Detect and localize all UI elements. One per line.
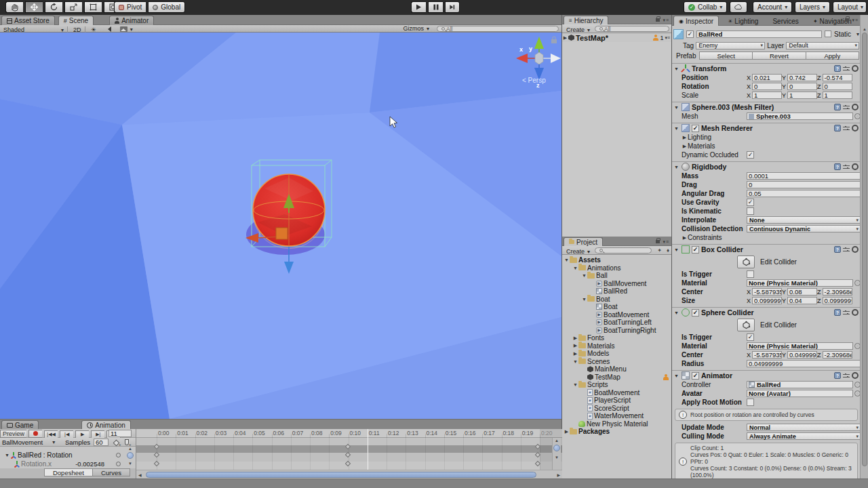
hierarchy-search-input[interactable]: All: [595, 26, 669, 32]
account-dropdown[interactable]: Account▾: [753, 1, 792, 13]
scroll-up-icon[interactable]: ▲: [861, 27, 868, 31]
foldout-arrow-icon[interactable]: ▼: [572, 382, 578, 387]
keyframe-diamond[interactable]: [153, 443, 159, 449]
value-checkbox[interactable]: ✓: [747, 151, 754, 159]
animation-property-row[interactable]: ▼BallRed : Rotation: [0, 451, 136, 460]
foldout-arrow-icon[interactable]: ▶: [572, 343, 578, 348]
rotate-tool-button[interactable]: [45, 1, 62, 13]
gear-icon[interactable]: [852, 246, 859, 253]
scene-search-input[interactable]: All: [437, 26, 559, 32]
prefab-select-button[interactable]: Select: [699, 52, 752, 60]
project-tree-item[interactable]: ▼Scenes: [562, 358, 671, 366]
pause-button[interactable]: [428, 1, 443, 13]
edit-collider-button[interactable]: [737, 319, 755, 331]
collab-person-icon[interactable]: [663, 374, 669, 380]
project-tree-item[interactable]: #BoatMovement: [562, 389, 671, 397]
scrollbar-thumb[interactable]: [862, 33, 867, 466]
hierarchy-scene-row[interactable]: ▶ TestMap* 1 ▾≡: [562, 33, 671, 42]
foldout-arrow-icon[interactable]: ▼: [572, 266, 578, 270]
reference-book-icon[interactable]: ?: [834, 309, 841, 316]
layer-dropdown[interactable]: Default▾: [786, 42, 859, 49]
x-field[interactable]: 0.021: [752, 74, 782, 81]
reference-book-icon[interactable]: ?: [834, 372, 841, 379]
project-tree-item[interactable]: ▶Materials: [562, 342, 671, 350]
global-toggle-button[interactable]: Global: [148, 1, 185, 13]
rect-tool-button[interactable]: [84, 1, 102, 13]
z-field[interactable]: 0.0999999: [823, 297, 852, 304]
prefab-revert-button[interactable]: Revert: [752, 52, 805, 60]
tab-scene[interactable]: #Scene: [58, 16, 94, 25]
hierarchy-create-button[interactable]: Create▾: [564, 26, 593, 33]
project-tree-item[interactable]: TestMap: [562, 373, 671, 382]
cloud-button[interactable]: [730, 1, 747, 13]
y-field[interactable]: 1: [787, 92, 817, 99]
scrollbar-thumb[interactable]: [127, 452, 134, 459]
component-header-sphere-collider[interactable]: ▼✓Sphere Collider?: [672, 307, 861, 317]
scroll-up-icon[interactable]: ▲: [128, 447, 132, 451]
lock-icon[interactable]: [845, 18, 849, 22]
foldout-arrow-icon[interactable]: ▼: [572, 359, 578, 364]
foldout-arrow-icon[interactable]: ▼: [673, 310, 679, 315]
reference-book-icon[interactable]: ?: [834, 163, 841, 170]
collab-button[interactable]: ✓Collab▾: [684, 1, 727, 13]
pivot-toggle-button[interactable]: Pivot: [114, 1, 146, 13]
keyframe-diamond[interactable]: [534, 461, 540, 466]
value-checkbox[interactable]: [747, 270, 754, 278]
project-tree-item[interactable]: #ScoreScript: [562, 405, 671, 413]
gear-icon[interactable]: [852, 65, 859, 72]
component-header-rigidbody[interactable]: ▼Rigidbody?: [672, 161, 861, 171]
tab-lighting[interactable]: ☀Lighting: [722, 16, 764, 26]
z-field[interactable]: 0: [823, 83, 852, 90]
scroll-down-icon[interactable]: ▼: [555, 455, 559, 460]
scene-menu-icon[interactable]: ▾≡: [665, 35, 670, 41]
layout-dropdown[interactable]: Layout▾: [833, 1, 867, 13]
x-field[interactable]: -5.587935: [752, 351, 782, 359]
layers-dropdown[interactable]: Layers▾: [795, 1, 830, 13]
project-search-input[interactable]: [595, 247, 652, 253]
component-header-transform[interactable]: ▼Transform?: [672, 63, 861, 73]
edit-collider-button[interactable]: [737, 256, 755, 268]
foldout-arrow-icon[interactable]: ▼: [673, 247, 679, 252]
z-field[interactable]: -2.30968e: [823, 351, 852, 359]
enabled-checkbox[interactable]: ✓: [692, 309, 699, 317]
value-field[interactable]: 0.04999999: [747, 360, 861, 367]
scroll-left-icon[interactable]: ◀: [138, 472, 142, 477]
y-field[interactable]: 0.08: [787, 288, 817, 296]
tab-hierarchy[interactable]: ≡Hierarchy: [564, 16, 608, 24]
tag-dropdown[interactable]: Enemy▾: [696, 42, 765, 49]
curves-tab[interactable]: Curves: [93, 468, 130, 476]
keyframe-diamond[interactable]: [534, 443, 540, 449]
keyframe-diamond[interactable]: [345, 452, 351, 458]
lock-icon[interactable]: [656, 18, 660, 22]
foldout-arrow-icon[interactable]: ▶: [572, 351, 578, 357]
project-tree-item[interactable]: ▼Boat: [562, 296, 671, 304]
value-checkbox[interactable]: [747, 207, 754, 215]
tab-asset-store[interactable]: Asset Store: [1, 16, 55, 25]
value-dropdown[interactable]: Always Animate▾: [747, 432, 861, 440]
gear-icon[interactable]: [852, 309, 859, 316]
dopesheet-tab[interactable]: Dopesheet: [44, 468, 93, 476]
preset-icon[interactable]: [843, 310, 850, 316]
tab-project[interactable]: Project: [564, 237, 603, 246]
play-button[interactable]: [411, 1, 426, 13]
project-tree-item[interactable]: ▶Packages: [562, 428, 671, 436]
preset-icon[interactable]: [843, 125, 850, 131]
z-field[interactable]: 1: [823, 92, 852, 99]
foldout-arrow-icon[interactable]: ▼: [564, 258, 570, 262]
record-button[interactable]: [28, 430, 42, 438]
project-tree-item[interactable]: MainMenu: [562, 365, 671, 373]
animation-property-row[interactable]: Rotation.x-0.002548: [0, 460, 136, 468]
static-checkbox[interactable]: [825, 30, 831, 37]
hscrollbar-thumb[interactable]: [146, 472, 536, 478]
foldout-arrow-icon[interactable]: ▼: [4, 453, 10, 458]
project-tree-item[interactable]: ▼Scripts: [562, 381, 671, 389]
value-dropdown[interactable]: Continuous Dynamic▾: [747, 225, 861, 232]
project-tree-item[interactable]: ▼Ball: [562, 272, 671, 280]
scene-viewport[interactable]: y x z < Persp: [0, 33, 561, 419]
component-header-mesh-renderer[interactable]: ▼✓Mesh Renderer?: [672, 123, 861, 133]
keyframe-diamond[interactable]: [534, 452, 540, 458]
gizmos-dropdown[interactable]: Gizmos▾: [399, 25, 433, 32]
active-checkbox[interactable]: ✓: [686, 30, 694, 38]
component-header-sphere-003-mesh-filter-[interactable]: ▼Sphere.003 (Mesh Filter)?: [672, 102, 861, 112]
foldout-arrow-icon[interactable]: ▶: [682, 235, 688, 241]
